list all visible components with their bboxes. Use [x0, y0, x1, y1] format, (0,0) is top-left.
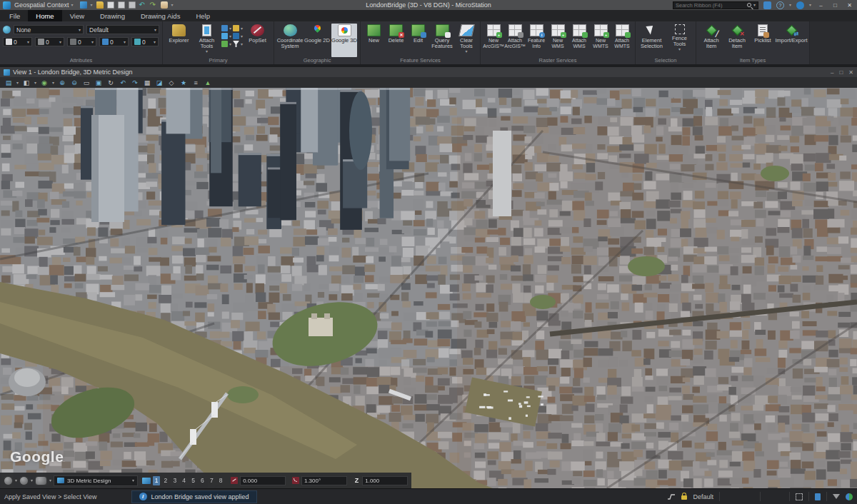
chevron-down-icon[interactable]: ▾	[49, 478, 51, 483]
view-2-button[interactable]: 2	[162, 476, 169, 485]
clear-tools-button[interactable]: Clear Tools ▾	[456, 24, 477, 57]
saved-views-icon[interactable]: ★	[179, 79, 188, 87]
active-level-dropdown[interactable]: 0 ▾	[3, 37, 32, 46]
query-features-button[interactable]: Query Features	[430, 24, 454, 57]
open-folder-icon[interactable]	[96, 1, 104, 9]
line-weight-dropdown[interactable]: 0 ▾	[99, 37, 129, 46]
view-group-forward-button[interactable]	[19, 476, 29, 485]
chevron-down-icon[interactable]: ▾	[52, 81, 54, 85]
level-display-icon[interactable]	[233, 41, 239, 47]
status-message[interactable]: i London Bridge saved view applied	[131, 490, 257, 503]
chevron-down-icon[interactable]: ▾	[31, 478, 33, 483]
import-export-button[interactable]: ⇄ Import/Export	[776, 24, 806, 57]
tab-help[interactable]: Help	[188, 10, 218, 21]
view-attributes-icon[interactable]: ▤	[4, 79, 13, 87]
tab-view[interactable]: View	[62, 10, 92, 21]
view-4-button[interactable]: 4	[181, 476, 188, 485]
feature-info-button[interactable]: i Feature Info	[526, 24, 546, 57]
display-style-icon[interactable]: ◧	[22, 79, 31, 87]
window-area-icon[interactable]: ▭	[82, 79, 91, 87]
line-style-dropdown[interactable]: 0 ▾	[67, 37, 96, 46]
view-group-back-button[interactable]	[4, 476, 13, 485]
attach-arcgis-button[interactable]: Attach ArcGIS™	[505, 24, 525, 57]
rotate-view-icon[interactable]: ↻	[106, 79, 115, 87]
undo-icon[interactable]: ↶	[139, 1, 146, 9]
chevron-down-icon[interactable]: ▾	[171, 3, 174, 7]
maximize-button[interactable]: □	[831, 2, 840, 9]
tools-icon[interactable]	[161, 1, 168, 9]
ribbon-search[interactable]: ▾	[673, 1, 758, 9]
chevron-down-icon[interactable]: ▾	[809, 3, 811, 7]
view-previous-icon[interactable]: ↶	[119, 79, 127, 87]
account-avatar[interactable]	[796, 1, 804, 9]
view-7-button[interactable]: 7	[208, 476, 215, 485]
google-3d-button[interactable]: Google 3D	[331, 24, 357, 57]
chevron-down-icon[interactable]: ▾	[789, 3, 791, 7]
save-icon[interactable]	[107, 1, 114, 9]
models-icon[interactable]	[221, 25, 228, 31]
view-menu-icon[interactable]: ≡	[191, 79, 200, 87]
selection-set-icon[interactable]	[796, 493, 803, 500]
map-viewport[interactable]: Google ▾ ▾ ▾ 3D Metric Design ▾ 1 2 3 4 …	[0, 88, 857, 488]
navigation-icon[interactable]: ▲	[204, 79, 212, 87]
attach-item-button[interactable]: ╱ Attach Item	[699, 24, 723, 57]
raster-manager-icon[interactable]	[221, 41, 228, 47]
clip-mask-icon[interactable]: ◇	[167, 79, 176, 87]
close-button[interactable]: ✕	[845, 2, 854, 9]
view-group-dropdown[interactable]: 3D Metric Design ▾	[54, 475, 138, 486]
view-minimize-button[interactable]: –	[831, 69, 833, 76]
chevron-down-icon[interactable]: ▾	[91, 3, 93, 7]
view-next-icon[interactable]: ↷	[131, 79, 139, 87]
tab-drawing-aids[interactable]: Drawing Aids	[133, 10, 188, 21]
explorer-button[interactable]: Explorer	[166, 24, 192, 57]
view-5-button[interactable]: 5	[190, 476, 197, 485]
attribute-filter-dropdown[interactable]: None ▾	[14, 25, 84, 34]
attach-wms-button[interactable]: Attach WMS	[569, 24, 589, 57]
detach-item-button[interactable]: ✕ Detach Item	[725, 24, 749, 57]
help-icon[interactable]: ?	[776, 1, 784, 9]
camera-icon[interactable]: ◉	[40, 79, 49, 87]
feature-delete-button[interactable]: ✕ Delete	[386, 24, 406, 57]
feature-new-button[interactable]: New	[364, 24, 384, 57]
clip-volume-icon[interactable]: ◪	[155, 79, 164, 87]
chevron-down-icon[interactable]: ▾	[241, 34, 243, 39]
view-1-button[interactable]: 1	[153, 476, 160, 485]
chevron-down-icon[interactable]: ▾	[34, 81, 36, 85]
view-maximize-button[interactable]: □	[839, 69, 843, 76]
google-2d-button[interactable]: Google 2D	[304, 24, 330, 57]
save-settings-icon[interactable]	[118, 1, 125, 9]
element-style-dropdown[interactable]: Default ▾	[86, 25, 159, 34]
attach-tools-button[interactable]: Attach Tools ▾	[194, 24, 220, 57]
view-group-menu-button[interactable]	[35, 476, 47, 485]
transparency-dropdown[interactable]: 0 ▾	[131, 37, 159, 46]
references-icon[interactable]	[233, 25, 239, 31]
view-3-button[interactable]: 3	[171, 476, 179, 485]
attach-wmts-button[interactable]: Attach WMTS	[612, 24, 632, 57]
chevron-down-icon[interactable]: ▾	[241, 26, 243, 31]
chevron-down-icon[interactable]: ▾	[229, 34, 231, 39]
attach-icon[interactable]	[80, 1, 87, 9]
search-input[interactable]	[676, 2, 745, 9]
z-field[interactable]: 1.000	[362, 476, 408, 485]
print-icon[interactable]	[129, 1, 136, 9]
active-model-label[interactable]: Default	[693, 493, 713, 500]
view-toggles-icon[interactable]	[142, 478, 151, 484]
picklist-button[interactable]: Picklist	[751, 24, 775, 57]
coordinate-system-button[interactable]: Coordinate System	[277, 24, 303, 57]
feedback-icon[interactable]	[763, 1, 771, 9]
active-file-icon[interactable]	[815, 493, 821, 500]
new-wms-button[interactable]: + New WMS	[548, 24, 568, 57]
view-close-button[interactable]: ✕	[848, 69, 853, 76]
chevron-down-icon[interactable]: ▾	[15, 478, 17, 483]
new-wmts-button[interactable]: + New WMTS	[591, 24, 611, 57]
feature-edit-button[interactable]: Edit	[408, 24, 428, 57]
distance-field[interactable]: 0.000	[240, 476, 286, 485]
filter-icon[interactable]	[833, 494, 840, 499]
view-8-button[interactable]: 8	[217, 476, 224, 485]
lock-icon[interactable]	[681, 495, 687, 500]
level-manager-icon[interactable]	[221, 33, 228, 39]
chevron-down-icon[interactable]: ▾	[753, 3, 756, 7]
chevron-down-icon[interactable]: ▾	[229, 26, 231, 31]
tab-home[interactable]: Home	[28, 10, 61, 21]
chevron-down-icon[interactable]: ▾	[241, 42, 243, 46]
